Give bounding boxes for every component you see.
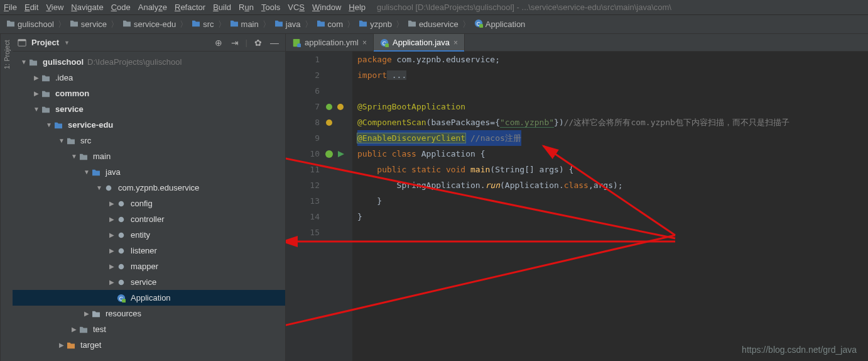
tree-node-controller[interactable]: ▶controller xyxy=(13,211,285,227)
breadcrumb-src[interactable]: src xyxy=(192,19,214,29)
project-panel: Project ▼ ⊕ ⇥ | ✿ — ▼gulischoolD:\IdeaPr… xyxy=(13,34,286,361)
project-tree[interactable]: ▼gulischoolD:\IdeaProjects\gulischool▶.i… xyxy=(13,52,285,361)
breadcrumb-yzpnb[interactable]: yzpnb xyxy=(359,19,392,29)
tree-node-target[interactable]: ▶target xyxy=(13,337,285,353)
editor-area: application.yml×CApplication.java× 12678… xyxy=(286,34,868,361)
tree-node-gulischool[interactable]: ▼gulischoolD:\IdeaProjects\gulischool xyxy=(13,54,285,70)
tool-window-tab-project[interactable]: 1: Project xyxy=(0,34,13,361)
menu-help[interactable]: Help xyxy=(349,3,366,12)
tree-node-com-yzpnb-eduservice[interactable]: ▼com.yzpnb.eduservice xyxy=(13,180,285,196)
svg-point-11 xyxy=(119,279,124,285)
breadcrumbs: gulischool〉service〉service-edu〉src〉main〉… xyxy=(0,15,868,34)
tree-node-java[interactable]: ▼java xyxy=(13,164,285,180)
gear-icon[interactable]: ✿ xyxy=(252,38,264,48)
editor-tabs: application.yml×CApplication.java× xyxy=(286,34,868,52)
tab-application-java[interactable]: CApplication.java× xyxy=(374,34,465,51)
project-header: Project ▼ ⊕ ⇥ | ✿ — xyxy=(13,34,285,52)
menu-code[interactable]: Code xyxy=(111,3,131,12)
tree-node-service[interactable]: ▼service xyxy=(13,101,285,117)
tree-node-service[interactable]: ▶service xyxy=(13,274,285,290)
line-gutter: 126789101112131415 xyxy=(286,52,325,361)
hide-icon[interactable]: — xyxy=(269,38,280,48)
tree-node-test[interactable]: ▶test xyxy=(13,321,285,337)
svg-point-8 xyxy=(119,232,124,238)
menu-edit[interactable]: Edit xyxy=(24,3,38,12)
tree-node--idea[interactable]: ▶.idea xyxy=(13,70,285,86)
svg-point-10 xyxy=(119,264,124,269)
project-icon xyxy=(18,38,26,47)
menu-analyze[interactable]: Analyze xyxy=(138,3,167,12)
tree-node-mapper[interactable]: ▶mapper xyxy=(13,258,285,274)
watermark: https://blog.csdn.net/grd_java xyxy=(742,345,857,355)
close-icon[interactable]: × xyxy=(453,38,458,47)
svg-point-20 xyxy=(326,104,332,110)
breadcrumb-gulischool[interactable]: gulischool xyxy=(6,19,54,29)
breadcrumb-application[interactable]: CApplication xyxy=(474,19,526,30)
close-icon[interactable]: × xyxy=(362,38,367,47)
svg-point-7 xyxy=(119,216,124,222)
svg-point-9 xyxy=(119,248,124,253)
chevron-down-icon[interactable]: ▼ xyxy=(64,40,70,46)
fold-column xyxy=(325,52,352,361)
locate-icon[interactable]: ⊕ xyxy=(213,38,224,48)
breadcrumb-java[interactable]: java xyxy=(274,19,301,29)
tree-node-src[interactable]: ▼src xyxy=(13,133,285,148)
menu-file[interactable]: File xyxy=(4,3,17,12)
bulb-icon[interactable] xyxy=(335,101,345,111)
breadcrumb-service[interactable]: service xyxy=(70,19,107,29)
code-content[interactable]: package com.yzpnb.eduservice;import ... … xyxy=(352,52,868,361)
tree-node-service-edu[interactable]: ▼service-edu xyxy=(13,117,285,133)
tree-node-common[interactable]: ▶common xyxy=(13,86,285,101)
svg-point-23 xyxy=(325,150,333,158)
tree-node-main[interactable]: ▼main xyxy=(13,148,285,164)
menu-refactor[interactable]: Refactor xyxy=(175,3,205,12)
svg-point-5 xyxy=(106,185,112,191)
collapse-icon[interactable]: ⇥ xyxy=(229,38,241,48)
svg-point-21 xyxy=(337,104,344,110)
menu-tools[interactable]: Tools xyxy=(261,3,280,12)
breadcrumb-com[interactable]: com xyxy=(317,19,344,29)
svg-rect-4 xyxy=(18,39,26,41)
tree-node-application[interactable]: CApplication xyxy=(13,290,285,306)
menu-vcs[interactable]: VCS xyxy=(288,3,305,12)
tree-node-config[interactable]: ▶config xyxy=(13,196,285,211)
spring-icon[interactable] xyxy=(322,148,334,159)
breadcrumb-main[interactable]: main xyxy=(230,19,259,29)
bulb-icon[interactable] xyxy=(322,116,334,128)
breadcrumb-eduservice[interactable]: eduservice xyxy=(408,19,458,29)
tree-node-listener[interactable]: ▶listener xyxy=(13,243,285,258)
menu-run[interactable]: Run xyxy=(239,3,254,12)
tab-application-yml[interactable]: application.yml× xyxy=(286,34,374,51)
menu-view[interactable]: View xyxy=(46,3,63,12)
menu-window[interactable]: Window xyxy=(312,3,341,12)
project-title: Project xyxy=(31,38,59,47)
run-icon[interactable] xyxy=(335,148,345,158)
menu-build[interactable]: Build xyxy=(213,3,231,12)
svg-point-6 xyxy=(119,201,124,206)
bug-icon[interactable] xyxy=(322,101,334,112)
menubar: File Edit View Navigate Code Analyze Ref… xyxy=(0,0,868,15)
window-title: gulischool [D:\IdeaProjects\gulischool] … xyxy=(377,3,671,12)
breadcrumb-service-edu[interactable]: service-edu xyxy=(122,19,176,29)
tree-node-resources[interactable]: ▶resources xyxy=(13,306,285,321)
code-editor[interactable]: 126789101112131415 package com.yzpnb.edu… xyxy=(286,52,868,361)
tree-node-entity[interactable]: ▶entity xyxy=(13,227,285,243)
menu-navigate[interactable]: Navigate xyxy=(71,3,103,12)
svg-point-22 xyxy=(326,119,332,126)
